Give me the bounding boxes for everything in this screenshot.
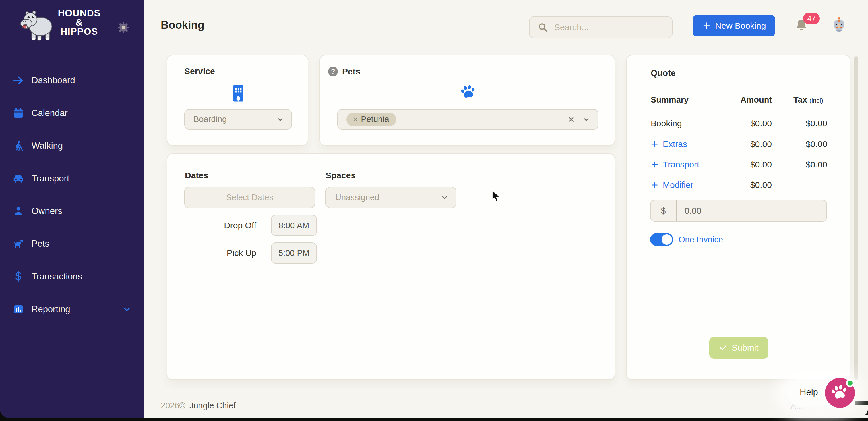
user-avatar-chicken-icon[interactable] xyxy=(830,16,848,36)
pet-tag-chip: × Petunia xyxy=(346,113,396,126)
summary-column-header: Summary xyxy=(651,95,689,104)
amount-input-group: $ xyxy=(650,200,827,222)
bar-chart-icon xyxy=(12,303,25,315)
online-status-dot xyxy=(846,379,854,387)
service-card-title: Service xyxy=(184,66,215,76)
quote-title: Quote xyxy=(651,68,676,78)
footer-year: 2026© xyxy=(161,401,185,410)
sidebar-item-dashboard[interactable]: Dashboard xyxy=(0,69,144,92)
pet-tag-label: Petunia xyxy=(361,115,389,124)
spaces-label: Spaces xyxy=(326,171,355,180)
one-invoice-label[interactable]: One Invoice xyxy=(679,235,723,244)
spaces-dropdown-value: Unassigned xyxy=(335,193,379,202)
select-dates-button[interactable]: Select Dates xyxy=(184,187,315,208)
quote-row-tax: $0.00 xyxy=(770,119,827,128)
pets-multiselect[interactable]: × Petunia xyxy=(337,109,598,129)
service-card: Service Boarding xyxy=(167,55,308,146)
pick-up-label: Pick Up xyxy=(222,248,256,258)
sidebar-item-transactions[interactable]: Transactions xyxy=(0,265,144,288)
quote-row-label: Booking xyxy=(651,119,682,128)
dates-card: Dates Select Dates Spaces Unassigned Dro… xyxy=(167,153,615,380)
currency-prefix: $ xyxy=(651,201,677,221)
quote-row-amount: $0.00 xyxy=(714,119,772,128)
check-icon xyxy=(719,343,727,352)
app-frame: Booking New Booking 47 xyxy=(0,0,868,418)
plus-icon xyxy=(651,181,659,189)
add-transport-link[interactable]: Transport xyxy=(651,160,699,170)
sidebar-item-transport[interactable]: Transport xyxy=(0,167,144,190)
one-invoice-toggle[interactable] xyxy=(650,233,673,246)
dog-icon xyxy=(12,238,25,250)
quote-row-amount: $0.00 xyxy=(714,180,772,190)
footer-brand: Jungle Chief xyxy=(189,401,236,410)
mouse-cursor xyxy=(489,189,503,204)
amount-column-header: Amount xyxy=(714,95,772,104)
amount-input[interactable] xyxy=(677,206,811,216)
app-logo: HOUNDS & HIPPOS xyxy=(0,0,144,55)
sidebar-item-reporting[interactable]: Reporting xyxy=(0,298,144,321)
pets-card-title: Pets xyxy=(342,67,360,77)
frame-corner xyxy=(855,404,868,418)
spaces-dropdown[interactable]: Unassigned xyxy=(326,187,456,208)
select-dates-placeholder: Select Dates xyxy=(226,193,273,202)
drop-off-time-button[interactable]: 8:00 AM xyxy=(271,215,317,236)
walking-person-icon xyxy=(12,140,25,152)
arrow-right-icon xyxy=(12,74,25,87)
sidebar-item-pets[interactable]: Pets xyxy=(0,232,144,255)
sidebar-item-owners[interactable]: Owners xyxy=(0,200,144,222)
notification-count-badge: 47 xyxy=(803,12,820,24)
footer-copyright: 2026©Jungle Chief xyxy=(161,401,236,410)
chevron-down-icon[interactable] xyxy=(582,115,590,124)
chevron-down-icon xyxy=(440,193,449,202)
search-icon xyxy=(537,22,549,33)
toggle-knob xyxy=(662,234,672,245)
dollar-icon xyxy=(12,270,25,283)
building-icon xyxy=(229,84,247,103)
svg-text:?: ? xyxy=(331,68,335,75)
search-box[interactable] xyxy=(529,17,673,38)
add-modifier-link[interactable]: Modifier xyxy=(651,180,693,190)
hippo-logo-image xyxy=(18,5,56,48)
quote-row-tax: $0.00 xyxy=(770,160,827,170)
help-label: Help xyxy=(800,387,818,397)
drop-off-label: Drop Off xyxy=(222,220,256,230)
add-extras-link[interactable]: Extras xyxy=(651,139,687,149)
page-title: Booking xyxy=(161,19,205,31)
tax-incl-suffix: (incl) xyxy=(809,97,823,104)
tax-column-header: Tax (incl) xyxy=(794,95,823,104)
new-booking-button[interactable]: New Booking xyxy=(693,15,775,36)
quote-row-amount: $0.00 xyxy=(714,139,772,149)
plus-icon xyxy=(702,21,711,30)
clear-selection-icon[interactable] xyxy=(567,115,576,124)
help-question-icon[interactable]: ? xyxy=(327,66,339,77)
pets-card: ? Pets × Petunia xyxy=(319,55,615,146)
chevron-down-icon xyxy=(122,304,132,314)
sidebar: HOUNDS & HIPPOS xyxy=(0,0,144,418)
logo-text: HOUNDS & HIPPOS xyxy=(56,9,102,36)
service-dropdown-value: Boarding xyxy=(193,115,227,124)
dates-label: Dates xyxy=(185,171,208,180)
car-icon xyxy=(12,172,25,185)
person-icon xyxy=(12,205,25,217)
remove-pet-icon[interactable]: × xyxy=(353,115,358,124)
app-root: Booking New Booking 47 xyxy=(0,0,868,421)
quote-row-tax: $0.00 xyxy=(770,139,827,149)
settings-gear-icon[interactable] xyxy=(116,20,131,35)
sidebar-item-walking[interactable]: Walking xyxy=(0,134,144,157)
submit-button[interactable]: Submit xyxy=(709,337,768,359)
quote-row-amount: $0.00 xyxy=(714,160,772,170)
chevron-down-icon xyxy=(276,115,284,124)
plus-icon xyxy=(651,160,659,169)
calendar-icon xyxy=(12,107,25,119)
scrollbar[interactable] xyxy=(854,56,858,380)
paw-icon xyxy=(460,84,478,102)
plus-icon xyxy=(651,140,659,148)
new-booking-label: New Booking xyxy=(715,21,766,31)
service-dropdown[interactable]: Boarding xyxy=(184,109,292,129)
sidebar-item-calendar[interactable]: Calendar xyxy=(0,102,144,125)
search-input[interactable] xyxy=(554,22,664,32)
pick-up-time-button[interactable]: 5:00 PM xyxy=(271,242,317,264)
